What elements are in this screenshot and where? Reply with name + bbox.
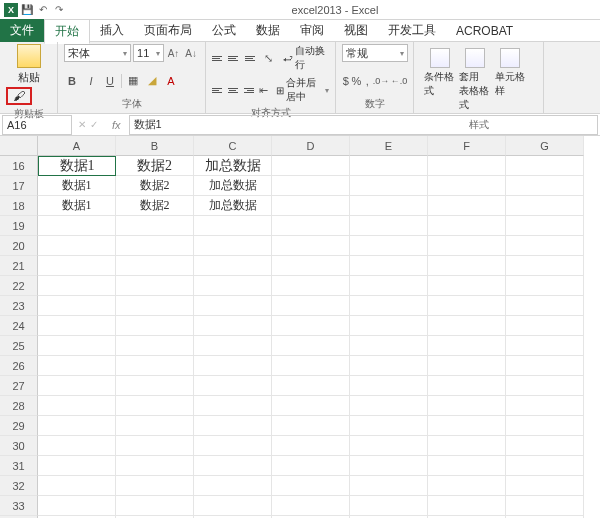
cell-G25[interactable] — [506, 336, 584, 356]
cell-D16[interactable] — [272, 156, 350, 176]
cell-C31[interactable] — [194, 456, 272, 476]
cell-G17[interactable] — [506, 176, 584, 196]
column-header-D[interactable]: D — [272, 136, 350, 156]
cell-F21[interactable] — [428, 256, 506, 276]
column-header-F[interactable]: F — [428, 136, 506, 156]
cell-A20[interactable] — [38, 236, 116, 256]
cell-D19[interactable] — [272, 216, 350, 236]
cell-E27[interactable] — [350, 376, 428, 396]
cell-B20[interactable] — [116, 236, 194, 256]
cell-E28[interactable] — [350, 396, 428, 416]
align-bottom-button[interactable] — [245, 51, 258, 65]
cell-D33[interactable] — [272, 496, 350, 516]
cell-F25[interactable] — [428, 336, 506, 356]
row-header-31[interactable]: 31 — [0, 456, 38, 476]
row-header-32[interactable]: 32 — [0, 476, 38, 496]
cell-F23[interactable] — [428, 296, 506, 316]
cell-D26[interactable] — [272, 356, 350, 376]
cell-A31[interactable] — [38, 456, 116, 476]
cell-B25[interactable] — [116, 336, 194, 356]
cell-C17[interactable]: 加总数据 — [194, 176, 272, 196]
bold-button[interactable]: B — [64, 73, 80, 89]
tab-insert[interactable]: 插入 — [90, 19, 134, 42]
format-as-table-button[interactable]: 套用 表格格式 — [459, 48, 490, 112]
cell-E18[interactable] — [350, 196, 428, 216]
cell-C32[interactable] — [194, 476, 272, 496]
cell-D29[interactable] — [272, 416, 350, 436]
cell-D25[interactable] — [272, 336, 350, 356]
cell-A26[interactable] — [38, 356, 116, 376]
cell-C23[interactable] — [194, 296, 272, 316]
cell-B26[interactable] — [116, 356, 194, 376]
cell-B31[interactable] — [116, 456, 194, 476]
cell-G33[interactable] — [506, 496, 584, 516]
cell-A18[interactable]: 数据1 — [38, 196, 116, 216]
cell-E17[interactable] — [350, 176, 428, 196]
tab-formulas[interactable]: 公式 — [202, 19, 246, 42]
cell-F17[interactable] — [428, 176, 506, 196]
tab-view[interactable]: 视图 — [334, 19, 378, 42]
cell-B29[interactable] — [116, 416, 194, 436]
column-header-C[interactable]: C — [194, 136, 272, 156]
cell-G32[interactable] — [506, 476, 584, 496]
cell-G18[interactable] — [506, 196, 584, 216]
cell-F29[interactable] — [428, 416, 506, 436]
cell-B23[interactable] — [116, 296, 194, 316]
column-header-G[interactable]: G — [506, 136, 584, 156]
border-button[interactable]: ▦ — [125, 73, 141, 89]
tab-data[interactable]: 数据 — [246, 19, 290, 42]
cell-G28[interactable] — [506, 396, 584, 416]
cell-D28[interactable] — [272, 396, 350, 416]
cell-D32[interactable] — [272, 476, 350, 496]
cell-C16[interactable]: 加总数据 — [194, 156, 272, 176]
cell-A32[interactable] — [38, 476, 116, 496]
cell-B32[interactable] — [116, 476, 194, 496]
row-header-16[interactable]: 16 — [0, 156, 38, 176]
cell-G29[interactable] — [506, 416, 584, 436]
currency-button[interactable]: $ — [342, 73, 350, 89]
cell-C26[interactable] — [194, 356, 272, 376]
tab-file[interactable]: 文件 — [0, 19, 44, 42]
cell-E22[interactable] — [350, 276, 428, 296]
cell-B30[interactable] — [116, 436, 194, 456]
cell-B33[interactable] — [116, 496, 194, 516]
cell-C18[interactable]: 加总数据 — [194, 196, 272, 216]
tab-developer[interactable]: 开发工具 — [378, 19, 446, 42]
cell-B17[interactable]: 数据2 — [116, 176, 194, 196]
row-header-25[interactable]: 25 — [0, 336, 38, 356]
cell-B28[interactable] — [116, 396, 194, 416]
cell-G20[interactable] — [506, 236, 584, 256]
tab-page-layout[interactable]: 页面布局 — [134, 19, 202, 42]
cell-G24[interactable] — [506, 316, 584, 336]
cell-E25[interactable] — [350, 336, 428, 356]
align-right-button[interactable] — [242, 83, 254, 97]
cell-F27[interactable] — [428, 376, 506, 396]
cell-A22[interactable] — [38, 276, 116, 296]
cell-D27[interactable] — [272, 376, 350, 396]
decrease-font-icon[interactable]: A↓ — [183, 48, 199, 59]
cell-G23[interactable] — [506, 296, 584, 316]
cell-D24[interactable] — [272, 316, 350, 336]
cell-E31[interactable] — [350, 456, 428, 476]
cell-A28[interactable] — [38, 396, 116, 416]
save-icon[interactable]: 💾 — [20, 3, 34, 17]
cell-A30[interactable] — [38, 436, 116, 456]
cell-C20[interactable] — [194, 236, 272, 256]
cell-C29[interactable] — [194, 416, 272, 436]
paste-button[interactable]: 粘贴 — [6, 44, 51, 85]
cell-A17[interactable]: 数据1 — [38, 176, 116, 196]
row-header-18[interactable]: 18 — [0, 196, 38, 216]
cell-styles-button[interactable]: 单元格样 — [495, 48, 526, 112]
cell-G21[interactable] — [506, 256, 584, 276]
cell-C19[interactable] — [194, 216, 272, 236]
redo-icon[interactable]: ↷ — [52, 3, 66, 17]
select-all-corner[interactable] — [0, 136, 38, 156]
font-name-combo[interactable]: 宋体▾ — [64, 44, 131, 62]
cell-A25[interactable] — [38, 336, 116, 356]
row-header-19[interactable]: 19 — [0, 216, 38, 236]
cell-B22[interactable] — [116, 276, 194, 296]
undo-icon[interactable]: ↶ — [36, 3, 50, 17]
cell-G16[interactable] — [506, 156, 584, 176]
row-header-22[interactable]: 22 — [0, 276, 38, 296]
merge-center-button[interactable]: ⊞合并后居中▾ — [276, 76, 328, 104]
